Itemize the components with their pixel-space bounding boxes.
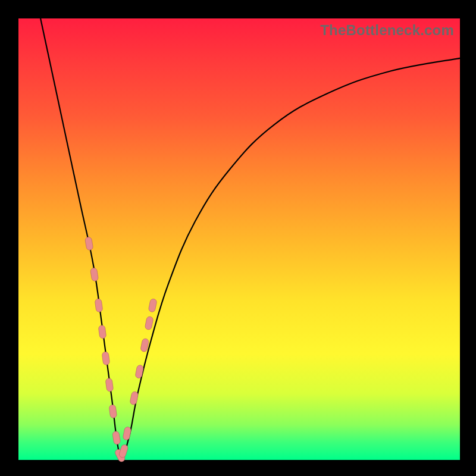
bead-marker: [112, 431, 121, 444]
bead-group: [84, 237, 157, 463]
bead-marker: [135, 365, 144, 379]
bead-marker: [123, 427, 131, 441]
bead-marker: [98, 325, 107, 339]
bead-marker: [109, 405, 117, 418]
bead-marker: [118, 444, 129, 458]
chart-frame: TheBottleneck.com: [0, 0, 476, 476]
bead-marker: [105, 378, 114, 392]
bead-marker: [90, 268, 98, 281]
bead-marker: [84, 237, 93, 251]
bead-marker: [95, 299, 103, 312]
bead-marker: [145, 316, 154, 330]
curve-layer: [18, 18, 460, 460]
plot-area: TheBottleneck.com: [18, 18, 460, 460]
bead-marker: [130, 391, 139, 405]
bottleneck-curve: [40, 18, 460, 458]
bead-marker: [148, 298, 157, 312]
bead-marker: [102, 352, 110, 365]
